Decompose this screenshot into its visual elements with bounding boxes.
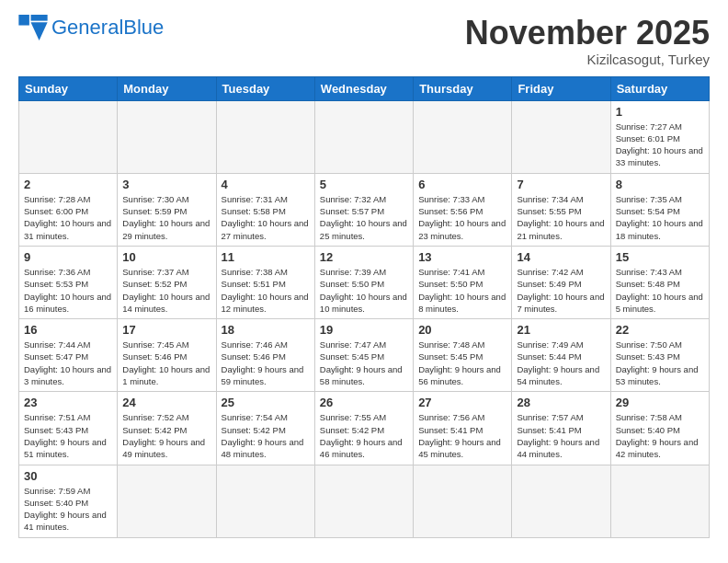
day-cell xyxy=(512,100,610,173)
day-info: Sunrise: 7:41 AM Sunset: 5:50 PM Dayligh… xyxy=(418,266,506,315)
day-info: Sunrise: 7:59 AM Sunset: 5:40 PM Dayligh… xyxy=(24,485,112,534)
day-cell: 18Sunrise: 7:46 AM Sunset: 5:46 PM Dayli… xyxy=(216,319,314,392)
day-cell: 28Sunrise: 7:57 AM Sunset: 5:41 PM Dayli… xyxy=(512,392,610,465)
week-row-4: 16Sunrise: 7:44 AM Sunset: 5:47 PM Dayli… xyxy=(19,319,710,392)
weekday-header-sunday: Sunday xyxy=(19,76,118,100)
day-number: 15 xyxy=(616,250,704,264)
day-cell: 9Sunrise: 7:36 AM Sunset: 5:53 PM Daylig… xyxy=(19,246,118,318)
day-cell: 5Sunrise: 7:32 AM Sunset: 5:57 PM Daylig… xyxy=(314,173,413,246)
day-cell xyxy=(118,465,216,537)
day-cell: 26Sunrise: 7:55 AM Sunset: 5:42 PM Dayli… xyxy=(314,392,413,465)
day-cell: 3Sunrise: 7:30 AM Sunset: 5:59 PM Daylig… xyxy=(118,173,216,246)
day-number: 27 xyxy=(418,396,506,409)
day-info: Sunrise: 7:28 AM Sunset: 6:00 PM Dayligh… xyxy=(24,193,112,242)
day-number: 14 xyxy=(517,250,605,264)
day-info: Sunrise: 7:39 AM Sunset: 5:50 PM Dayligh… xyxy=(320,266,408,315)
svg-rect-1 xyxy=(31,15,48,21)
day-number: 7 xyxy=(517,178,605,191)
header: GeneralBlue November 2025 Kizilcasogut, … xyxy=(18,15,710,67)
day-number: 12 xyxy=(320,250,408,264)
day-info: Sunrise: 7:36 AM Sunset: 5:53 PM Dayligh… xyxy=(24,266,112,315)
day-number: 10 xyxy=(122,250,210,264)
day-info: Sunrise: 7:50 AM Sunset: 5:43 PM Dayligh… xyxy=(616,339,704,387)
day-cell xyxy=(118,100,216,173)
day-cell: 20Sunrise: 7:48 AM Sunset: 5:45 PM Dayli… xyxy=(414,319,512,392)
day-cell: 25Sunrise: 7:54 AM Sunset: 5:42 PM Dayli… xyxy=(216,392,314,465)
day-info: Sunrise: 7:52 AM Sunset: 5:42 PM Dayligh… xyxy=(122,411,210,460)
day-number: 28 xyxy=(517,396,605,409)
day-cell xyxy=(216,100,314,173)
week-row-1: 1Sunrise: 7:27 AM Sunset: 6:01 PM Daylig… xyxy=(19,100,710,173)
logo-general: General xyxy=(51,16,123,39)
weekday-header-saturday: Saturday xyxy=(610,76,709,100)
day-info: Sunrise: 7:44 AM Sunset: 5:47 PM Dayligh… xyxy=(24,339,112,387)
weekday-header-monday: Monday xyxy=(118,76,216,100)
day-info: Sunrise: 7:38 AM Sunset: 5:51 PM Dayligh… xyxy=(222,266,310,315)
logo: GeneralBlue xyxy=(18,15,164,40)
day-number: 26 xyxy=(320,396,408,409)
day-cell xyxy=(314,465,413,537)
day-number: 29 xyxy=(616,396,704,409)
day-info: Sunrise: 7:49 AM Sunset: 5:44 PM Dayligh… xyxy=(517,339,605,387)
day-cell: 29Sunrise: 7:58 AM Sunset: 5:40 PM Dayli… xyxy=(610,392,709,465)
day-cell xyxy=(512,465,610,537)
day-number: 24 xyxy=(122,396,210,409)
day-info: Sunrise: 7:37 AM Sunset: 5:52 PM Dayligh… xyxy=(122,266,210,315)
day-cell: 4Sunrise: 7:31 AM Sunset: 5:58 PM Daylig… xyxy=(216,173,314,246)
day-number: 17 xyxy=(122,323,210,337)
day-info: Sunrise: 7:30 AM Sunset: 5:59 PM Dayligh… xyxy=(122,193,210,242)
day-number: 2 xyxy=(24,178,112,191)
day-info: Sunrise: 7:51 AM Sunset: 5:43 PM Dayligh… xyxy=(24,411,112,460)
day-info: Sunrise: 7:42 AM Sunset: 5:49 PM Dayligh… xyxy=(517,266,605,315)
day-number: 13 xyxy=(418,250,506,264)
day-cell: 22Sunrise: 7:50 AM Sunset: 5:43 PM Dayli… xyxy=(610,319,709,392)
day-info: Sunrise: 7:56 AM Sunset: 5:41 PM Dayligh… xyxy=(418,411,506,460)
day-number: 8 xyxy=(616,178,704,191)
day-cell xyxy=(414,465,512,537)
day-number: 6 xyxy=(418,178,506,191)
day-cell xyxy=(314,100,413,173)
day-info: Sunrise: 7:58 AM Sunset: 5:40 PM Dayligh… xyxy=(616,411,704,460)
day-info: Sunrise: 7:48 AM Sunset: 5:45 PM Dayligh… xyxy=(418,339,506,387)
day-number: 30 xyxy=(24,469,112,483)
day-cell xyxy=(414,100,512,173)
week-row-3: 9Sunrise: 7:36 AM Sunset: 5:53 PM Daylig… xyxy=(19,246,710,318)
day-number: 9 xyxy=(24,250,112,264)
week-row-6: 30Sunrise: 7:59 AM Sunset: 5:40 PM Dayli… xyxy=(19,465,710,537)
calendar: SundayMondayTuesdayWednesdayThursdayFrid… xyxy=(18,76,710,538)
day-number: 23 xyxy=(24,396,112,409)
day-number: 25 xyxy=(222,396,310,409)
day-info: Sunrise: 7:46 AM Sunset: 5:46 PM Dayligh… xyxy=(222,339,310,387)
day-info: Sunrise: 7:55 AM Sunset: 5:42 PM Dayligh… xyxy=(320,411,408,460)
day-cell: 1Sunrise: 7:27 AM Sunset: 6:01 PM Daylig… xyxy=(610,100,709,173)
day-number: 21 xyxy=(517,323,605,337)
week-row-2: 2Sunrise: 7:28 AM Sunset: 6:00 PM Daylig… xyxy=(19,173,710,246)
day-number: 18 xyxy=(222,323,310,337)
day-cell: 15Sunrise: 7:43 AM Sunset: 5:48 PM Dayli… xyxy=(610,246,709,318)
day-number: 22 xyxy=(616,323,704,337)
day-number: 1 xyxy=(616,105,704,119)
day-cell: 23Sunrise: 7:51 AM Sunset: 5:43 PM Dayli… xyxy=(19,392,118,465)
day-cell: 12Sunrise: 7:39 AM Sunset: 5:50 PM Dayli… xyxy=(314,246,413,318)
weekday-header-wednesday: Wednesday xyxy=(314,76,413,100)
logo-text: GeneralBlue xyxy=(51,17,164,38)
day-info: Sunrise: 7:34 AM Sunset: 5:55 PM Dayligh… xyxy=(517,193,605,242)
weekday-header-friday: Friday xyxy=(512,76,610,100)
day-info: Sunrise: 7:35 AM Sunset: 5:54 PM Dayligh… xyxy=(616,193,704,242)
day-info: Sunrise: 7:32 AM Sunset: 5:57 PM Dayligh… xyxy=(320,193,408,242)
day-cell: 27Sunrise: 7:56 AM Sunset: 5:41 PM Dayli… xyxy=(414,392,512,465)
location: Kizilcasogut, Turkey xyxy=(465,52,710,67)
day-info: Sunrise: 7:43 AM Sunset: 5:48 PM Dayligh… xyxy=(616,266,704,315)
day-info: Sunrise: 7:57 AM Sunset: 5:41 PM Dayligh… xyxy=(517,411,605,460)
day-number: 3 xyxy=(122,178,210,191)
title-block: November 2025 Kizilcasogut, Turkey xyxy=(465,15,710,67)
day-number: 4 xyxy=(222,178,310,191)
day-cell: 10Sunrise: 7:37 AM Sunset: 5:52 PM Dayli… xyxy=(118,246,216,318)
day-cell: 24Sunrise: 7:52 AM Sunset: 5:42 PM Dayli… xyxy=(118,392,216,465)
day-cell: 17Sunrise: 7:45 AM Sunset: 5:46 PM Dayli… xyxy=(118,319,216,392)
day-info: Sunrise: 7:33 AM Sunset: 5:56 PM Dayligh… xyxy=(418,193,506,242)
day-cell: 6Sunrise: 7:33 AM Sunset: 5:56 PM Daylig… xyxy=(414,173,512,246)
day-cell: 19Sunrise: 7:47 AM Sunset: 5:45 PM Dayli… xyxy=(314,319,413,392)
day-cell: 21Sunrise: 7:49 AM Sunset: 5:44 PM Dayli… xyxy=(512,319,610,392)
svg-rect-0 xyxy=(18,15,29,26)
